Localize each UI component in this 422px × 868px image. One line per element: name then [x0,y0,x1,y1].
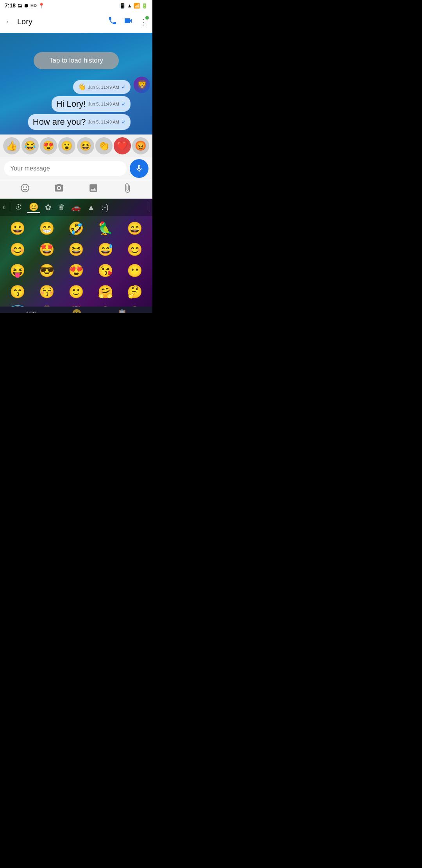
message-input[interactable] [4,161,127,176]
status-time: 7:18 [5,2,16,9]
emoji-sneezing[interactable]: 🤧 [91,303,120,307]
message-content-2: Hi Lory! [56,99,86,109]
quick-emoji-row: 👍 😂 😍 😮 😆 👏 ❤️ 😡 [0,135,152,157]
emoji-neutral[interactable]: 😶 [121,260,149,281]
emoji-rofl[interactable]: 🤣 [62,218,90,239]
message-time-3: Jun 5, 11:49 AM [88,120,120,124]
emoji-smile[interactable]: 😄 [121,218,149,239]
status-bar: 7:18 🗂 ⏺ HD 📍 📳 ▲ 📶 🔋 [0,0,152,11]
emoji-expressionless[interactable]: 😑 [121,303,149,307]
emoji-kissing-smiling[interactable]: 😚 [32,282,61,302]
emoji-keyboard-tabs: ‹ ⏱ 😊 ✿ ♛ 🚗 ▲ :-) [0,199,152,216]
message-check-1: ✓ [122,84,126,90]
keyboard-bottom-bar: ABC 😊 📋 [0,307,152,313]
status-right: 📳 ▲ 📶 🔋 [119,3,148,9]
emoji-tab-nature[interactable]: ✿ [43,202,53,213]
emoji-blush[interactable]: 😊 [3,239,32,260]
emoji-hugging[interactable]: 🤗 [91,282,120,302]
keyboard-tab-divider-2 [150,203,150,212]
keyboard-emoji-button[interactable]: 😊 [72,308,82,313]
quick-emoji-heart[interactable]: ❤️ [114,137,131,154]
emoji-laughing[interactable]: 😆 [62,239,90,260]
signal-icon: 📶 [134,3,140,9]
chat-messages-area: Tap to load history 👋 Jun 5, 11:49 AM ✓ … [0,33,152,135]
message-input-row [0,157,152,180]
emoji-kissing[interactable]: 😙 [3,282,32,302]
emoji-keyboard: ‹ ⏱ 😊 ✿ ♛ 🚗 ▲ :-) 😀 😁 🤣 🦜 😄 😊 🤩 😆 😅 😊 😝 … [0,199,152,313]
message-bubble-1: 👋 Jun 5, 11:49 AM ✓ [73,80,131,94]
quick-emoji-thumbsup[interactable]: 👍 [3,137,20,154]
emoji-grinning[interactable]: 😀 [3,218,32,239]
quick-emoji-surprised[interactable]: 😮 [58,137,75,154]
emoji-tab-special[interactable]: ♛ [56,202,66,213]
hd-icon: HD [30,3,37,8]
emoji-tab-symbols[interactable]: ▲ [86,202,97,213]
message-time-2: Jun 5, 11:49 AM [88,102,120,106]
message-time-1: Jun 5, 11:49 AM [88,85,120,90]
emoji-tab-smileys[interactable]: 😊 [27,201,40,213]
back-button[interactable]: ← [5,17,13,27]
online-indicator [145,16,149,20]
location-icon: 📍 [38,3,45,9]
camera-button[interactable] [54,183,64,196]
load-history-button[interactable]: Tap to load history [34,52,119,69]
more-options-button[interactable]: ⋮ [140,17,148,27]
emoji-clown[interactable]: 🤡 [62,303,90,307]
emoji-halo[interactable]: 😇 [3,303,32,307]
message-content-1: 👋 [78,83,86,91]
emoji-grid: 😀 😁 🤣 🦜 😄 😊 🤩 😆 😅 😊 😝 😎 😍 😘 😶 😙 😚 🙂 🤗 🤔 … [0,216,152,307]
keyboard-tab-divider [10,203,10,212]
emoji-tab-text[interactable]: :-) [100,202,110,213]
emoji-picker-button[interactable] [20,183,30,196]
keyboard-abc-button[interactable]: ABC [25,310,36,313]
message-check-3: ✓ [122,119,126,125]
quick-emoji-laugh[interactable]: 😂 [21,137,39,154]
message-bubble-3: How are you? Jun 5, 11:49 AM ✓ [28,114,131,130]
emoji-wink[interactable]: 😅 [91,239,120,260]
messages-list: 👋 Jun 5, 11:49 AM ✓ Hi Lory! Jun 5, 11:4… [5,80,148,130]
emoji-sunglasses[interactable]: 😎 [32,260,61,281]
quick-emoji-clap[interactable]: 👏 [95,137,113,154]
keyboard-sticker-button[interactable]: 📋 [117,308,127,313]
emoji-kiss[interactable]: 😘 [91,260,120,281]
emoji-special1[interactable]: 🦜 [91,218,120,239]
contact-name: Lory [17,17,108,26]
quick-emoji-laughing[interactable]: 😆 [77,137,94,154]
chat-header: ← Lory ⋮ [0,11,152,33]
avatar-icon: 🦁 [137,80,147,90]
emoji-tab-recent[interactable]: ⏱ [13,202,24,213]
message-toolbar [0,180,152,199]
emoji-thinking[interactable]: 🤔 [121,282,149,302]
emoji-cowboy[interactable]: 🤠 [32,303,61,307]
video-call-button[interactable] [123,16,134,28]
quick-emoji-angry[interactable]: 😡 [132,137,149,154]
clipboard-icon: 🗂 [17,3,22,9]
status-left: 7:18 🗂 ⏺ HD 📍 [5,2,45,9]
call-button[interactable] [108,16,117,28]
emoji-heart-eyes[interactable]: 😍 [62,260,90,281]
emoji-slightly-smiling[interactable]: 🙂 [62,282,90,302]
voice-message-button[interactable] [130,159,148,178]
header-action-icons: ⋮ [108,16,148,28]
vibrate-icon: 📳 [119,3,125,9]
emoji-tongue[interactable]: 😝 [3,260,32,281]
message-content-3: How are you? [33,117,86,127]
emoji-star-struck[interactable]: 🤩 [32,239,61,260]
wifi-icon: ▲ [127,3,132,9]
screen-record-icon: ⏺ [24,3,29,9]
keyboard-back-button[interactable]: ‹ [2,202,5,212]
quick-emoji-hearteyes[interactable]: 😍 [40,137,57,154]
emoji-tab-travel[interactable]: 🚗 [70,202,82,213]
emoji-relaxed[interactable]: 😊 [121,239,149,260]
emoji-grin[interactable]: 😁 [32,218,61,239]
contact-avatar: 🦁 [134,77,150,93]
gallery-button[interactable] [88,183,98,196]
message-check-2: ✓ [122,101,126,107]
message-bubble-2: Hi Lory! Jun 5, 11:49 AM ✓ [52,96,131,112]
attachment-button[interactable] [122,183,132,196]
battery-icon: 🔋 [141,3,148,9]
